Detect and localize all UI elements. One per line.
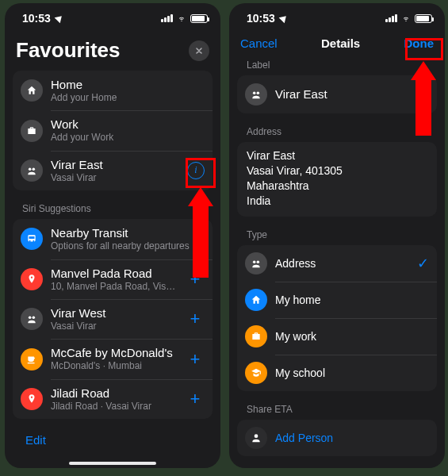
favourites-list: Home Add your Home Work Add your Work Vi… bbox=[13, 71, 213, 190]
home-indicator[interactable] bbox=[69, 462, 156, 465]
suggestion-row-jiladi[interactable]: Jiladi Road Jiladi Road · Vasai Virar + bbox=[13, 379, 213, 419]
type-option-address[interactable]: Address ✓ bbox=[237, 245, 437, 282]
close-button[interactable] bbox=[189, 40, 209, 61]
row-subtitle: Jiladi Road · Vasai Virar bbox=[51, 401, 178, 412]
location-arrow-icon bbox=[278, 13, 289, 24]
person-add-icon bbox=[245, 427, 267, 449]
pin-icon bbox=[21, 388, 43, 410]
wifi-icon bbox=[400, 14, 412, 22]
phone-right-details: 10:53 Cancel Details Done Label Virar Ea… bbox=[229, 3, 445, 468]
favourite-row-virar-east[interactable]: Virar East Vasai Virar i bbox=[13, 151, 213, 190]
type-option-work[interactable]: My work bbox=[237, 318, 437, 355]
cafe-icon bbox=[21, 348, 43, 370]
type-label: My home bbox=[275, 294, 429, 306]
briefcase-icon bbox=[245, 325, 267, 347]
siri-suggestions-label: Siri Suggestions bbox=[13, 200, 213, 219]
check-icon: ✓ bbox=[417, 255, 429, 272]
row-title: Virar East bbox=[51, 158, 179, 172]
home-icon bbox=[21, 79, 43, 102]
svg-point-8 bbox=[255, 434, 258, 438]
type-option-school[interactable]: My school bbox=[237, 355, 437, 391]
pin-icon bbox=[245, 252, 267, 274]
row-subtitle: Add your Home bbox=[51, 92, 205, 103]
cancel-button[interactable]: Cancel bbox=[240, 36, 278, 50]
row-subtitle: Vasai Virar bbox=[51, 321, 178, 332]
add-button[interactable]: + bbox=[186, 269, 205, 290]
row-subtitle: Vasai Virar bbox=[51, 172, 179, 183]
svg-point-5 bbox=[257, 92, 260, 95]
row-title: Home bbox=[51, 78, 205, 92]
wifi-icon bbox=[176, 14, 187, 22]
share-eta-card: Add Person bbox=[237, 420, 437, 456]
favourites-header: Favourites bbox=[5, 33, 220, 71]
pin-icon bbox=[245, 83, 267, 106]
address-section-header: Address bbox=[237, 123, 437, 142]
page-title: Details bbox=[321, 36, 360, 50]
suggestion-row-virar-west[interactable]: Virar West Vasai Virar + bbox=[13, 299, 213, 339]
done-button[interactable]: Done bbox=[404, 36, 435, 50]
address-line: India bbox=[247, 194, 427, 209]
signal-icon bbox=[385, 14, 397, 22]
add-button[interactable]: + bbox=[186, 389, 205, 409]
svg-point-6 bbox=[253, 260, 256, 263]
add-person-row[interactable]: Add Person bbox=[237, 420, 437, 456]
status-bar: 10:53 bbox=[229, 3, 445, 33]
add-button[interactable]: + bbox=[186, 349, 205, 370]
favourite-row-home[interactable]: Home Add your Home bbox=[13, 71, 213, 110]
suggestion-row-manvel[interactable]: Manvel Pada Road 10, Manvel Pada Road, V… bbox=[13, 259, 213, 299]
svg-point-4 bbox=[253, 92, 256, 95]
type-option-home[interactable]: My home bbox=[237, 282, 437, 318]
transit-icon bbox=[21, 228, 43, 250]
share-eta-footnote: Automatically notify another person ever… bbox=[237, 466, 437, 468]
row-title: Virar West bbox=[51, 306, 178, 321]
type-label: Address bbox=[275, 257, 409, 270]
school-icon bbox=[245, 362, 267, 384]
label-row[interactable]: Virar East bbox=[237, 75, 437, 113]
label-value: Virar East bbox=[275, 87, 327, 102]
svg-point-7 bbox=[257, 260, 260, 263]
siri-suggestions-list: Nearby Transit Options for all nearby de… bbox=[13, 219, 213, 419]
home-icon bbox=[245, 289, 267, 311]
phone-left-favourites: 10:53 Favourites Home Add your Home bbox=[5, 3, 220, 468]
close-icon bbox=[194, 46, 204, 56]
page-title: Favourites bbox=[16, 38, 121, 63]
add-button[interactable]: + bbox=[186, 309, 205, 329]
type-label: My school bbox=[275, 367, 429, 379]
add-person-label: Add Person bbox=[275, 432, 429, 444]
favourite-row-work[interactable]: Work Add your Work bbox=[13, 110, 213, 150]
briefcase-icon bbox=[21, 120, 43, 142]
address-line: Vasai Virar, 401305 bbox=[247, 163, 427, 178]
label-section-header: Label bbox=[237, 56, 437, 75]
status-time: 10:53 bbox=[247, 12, 275, 25]
row-subtitle: Options for all nearby departures bbox=[51, 240, 205, 251]
type-section-header: Type bbox=[237, 226, 437, 245]
status-bar: 10:53 bbox=[5, 3, 220, 33]
address-line: Maharashtra bbox=[247, 178, 427, 194]
details-header: Cancel Details Done bbox=[229, 33, 445, 56]
svg-point-3 bbox=[33, 317, 36, 320]
type-label: My work bbox=[275, 330, 429, 343]
row-title: Jiladi Road bbox=[51, 386, 178, 401]
row-title: Manvel Pada Road bbox=[51, 267, 178, 281]
suggestion-row-transit[interactable]: Nearby Transit Options for all nearby de… bbox=[13, 219, 213, 259]
pin-icon bbox=[21, 159, 43, 182]
address-line: Virar East bbox=[247, 148, 427, 163]
location-arrow-icon bbox=[54, 13, 64, 24]
share-eta-section-header: Share ETA bbox=[237, 401, 437, 420]
svg-point-1 bbox=[33, 167, 36, 171]
info-button[interactable]: i bbox=[187, 162, 205, 179]
row-subtitle: Add your Work bbox=[51, 132, 205, 143]
edit-button[interactable]: Edit bbox=[25, 433, 46, 447]
row-title: Nearby Transit bbox=[51, 226, 205, 240]
svg-point-0 bbox=[29, 167, 32, 171]
row-subtitle: McDonald's · Mumbai bbox=[51, 360, 178, 371]
address-card[interactable]: Virar East Vasai Virar, 401305 Maharasht… bbox=[237, 142, 437, 217]
row-title: Work bbox=[51, 117, 205, 132]
suggestion-row-mccafe[interactable]: McCafe by McDonald's McDonald's · Mumbai… bbox=[13, 339, 213, 378]
pin-icon bbox=[21, 308, 43, 330]
signal-icon bbox=[161, 14, 173, 22]
status-time: 10:53 bbox=[22, 12, 51, 25]
row-subtitle: 10, Manvel Pada Road, Vishnu Viha... bbox=[51, 281, 178, 292]
pin-icon bbox=[21, 268, 43, 290]
battery-icon bbox=[415, 14, 432, 23]
